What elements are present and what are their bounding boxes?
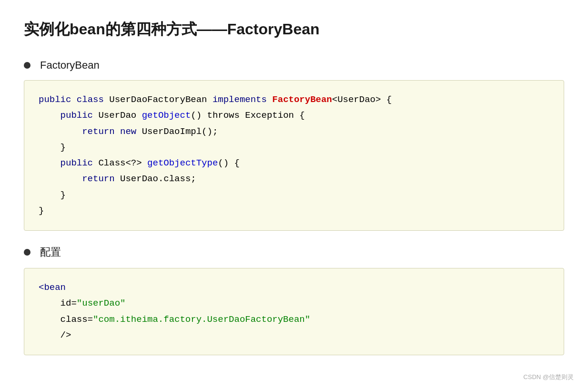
bullet-label-config: 配置 xyxy=(40,245,61,259)
watermark: CSDN @信楚则灵 xyxy=(523,373,574,381)
java-code-block: public class UserDaoFactoryBean implemen… xyxy=(24,80,564,231)
xml-code-block: <bean id="userDao" class="com.itheima.fa… xyxy=(24,268,564,355)
page-title: 实例化bean的第四种方式——FactoryBean xyxy=(24,19,564,40)
bullet-dot xyxy=(24,62,30,69)
bullet-dot-2 xyxy=(24,249,30,256)
bullet-item-factorybean: FactoryBean xyxy=(24,59,564,72)
bullet-label-factorybean: FactoryBean xyxy=(40,59,100,72)
bullet-item-config: 配置 xyxy=(24,245,564,259)
